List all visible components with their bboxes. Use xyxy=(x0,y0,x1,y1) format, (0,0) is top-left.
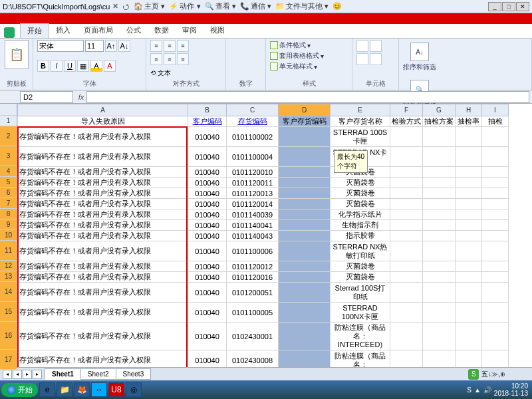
insert-cell-icon[interactable] xyxy=(356,40,368,52)
format-cell-icon[interactable] xyxy=(356,53,368,65)
cell[interactable] xyxy=(423,323,456,350)
row-header[interactable]: 5 xyxy=(0,177,17,188)
window-button[interactable]: □ xyxy=(502,2,515,11)
italic-button[interactable]: I xyxy=(51,60,63,72)
cell[interactable] xyxy=(482,188,509,199)
cell[interactable] xyxy=(279,220,331,231)
bold-button[interactable]: B xyxy=(37,60,49,72)
cell[interactable] xyxy=(423,350,456,368)
window-button[interactable]: ✕ xyxy=(516,2,529,11)
cell[interactable] xyxy=(456,272,482,283)
formula-bar[interactable] xyxy=(86,91,529,103)
col-header-G[interactable]: G xyxy=(423,104,456,116)
title-tool-动作[interactable]: ⚡ 动作 ▾ xyxy=(169,1,200,11)
cell[interactable]: 存货编码不存在！或者用户没有录入权限 xyxy=(18,323,188,350)
cell[interactable] xyxy=(456,231,482,241)
header-cell[interactable]: 抽检方案 xyxy=(423,116,456,127)
cell[interactable] xyxy=(423,127,456,147)
fx-icon[interactable]: fx xyxy=(76,93,86,101)
cell[interactable]: 0101200051 xyxy=(227,283,279,303)
cell[interactable] xyxy=(390,283,423,303)
header-cell[interactable]: 抽检率 xyxy=(456,116,482,127)
cell[interactable]: 0101120011 xyxy=(227,178,279,188)
ribbon-tab-视图[interactable]: 视图 xyxy=(203,23,231,38)
cell[interactable] xyxy=(390,209,423,220)
cell[interactable]: 灭菌袋卷 xyxy=(331,178,390,188)
taskbar-item-firefox[interactable]: 🦊 xyxy=(74,382,90,397)
col-header-E[interactable]: E xyxy=(331,104,390,116)
cell[interactable]: 存货编码不存在！或者用户没有录入权限 xyxy=(18,127,188,147)
title-tool-icon[interactable]: 😊 xyxy=(332,2,342,11)
cell[interactable] xyxy=(423,199,456,209)
border-button[interactable]: ▦ xyxy=(77,60,89,72)
cell[interactable] xyxy=(279,199,331,209)
row-header[interactable]: 10 xyxy=(0,230,17,241)
sheet-tab-Sheet1[interactable]: Sheet1 xyxy=(45,368,81,380)
cell[interactable] xyxy=(390,350,423,368)
cell[interactable] xyxy=(423,147,456,167)
cell[interactable] xyxy=(456,178,482,188)
cell[interactable]: 灭菌袋卷 xyxy=(331,261,390,272)
title-tool-icon[interactable]: ✕ xyxy=(112,2,118,11)
col-header-D[interactable]: D xyxy=(279,104,331,116)
cell[interactable]: 010040 xyxy=(188,220,227,231)
cell[interactable] xyxy=(390,303,423,323)
tray-icon[interactable]: ▲ xyxy=(474,386,481,394)
cell[interactable]: 存货编码不存在！或者用户没有录入权限 xyxy=(18,231,188,241)
header-cell[interactable]: 客户编码 xyxy=(188,116,227,127)
cell[interactable] xyxy=(482,261,509,272)
cell[interactable]: 010040 xyxy=(188,283,227,303)
row-header[interactable]: 17 xyxy=(0,350,17,370)
cell[interactable]: 010040 xyxy=(188,272,227,283)
cell[interactable] xyxy=(279,323,331,350)
underline-button[interactable]: U xyxy=(64,60,76,72)
cell[interactable]: 010040 xyxy=(188,199,227,209)
sheet-tab-Sheet2[interactable]: Sheet2 xyxy=(80,368,116,380)
cell[interactable] xyxy=(279,209,331,220)
cell[interactable]: 0102430001 xyxy=(227,323,279,350)
cell[interactable]: 0101140041 xyxy=(227,220,279,231)
font-name-select[interactable]: 宋体 xyxy=(37,40,84,52)
ribbon-tab-公式[interactable]: 公式 xyxy=(120,23,148,38)
cell[interactable] xyxy=(482,209,509,220)
cell[interactable] xyxy=(279,127,331,147)
cell[interactable]: STERRAD 100S卡匣 xyxy=(331,127,390,147)
ribbon-tab-审阅[interactable]: 审阅 xyxy=(176,23,203,38)
cell[interactable]: 010040 xyxy=(188,231,227,241)
cell[interactable] xyxy=(456,261,482,272)
cell[interactable]: 0101100005 xyxy=(227,303,279,323)
align-left-icon[interactable]: ≡ xyxy=(150,53,162,65)
cell[interactable]: 存货编码不存在！或者用户没有录入权限 xyxy=(18,188,188,199)
taskbar-item-ie[interactable]: e xyxy=(39,382,55,397)
cell[interactable]: 存货编码不存在！或者用户没有录入权限 xyxy=(18,220,188,231)
cell[interactable]: 0101120014 xyxy=(227,199,279,209)
title-tool-icon[interactable]: ⭯ xyxy=(122,3,130,11)
col-header-A[interactable]: A xyxy=(18,104,188,116)
cell[interactable]: 010040 xyxy=(188,350,227,368)
row-header[interactable]: 2 xyxy=(0,126,17,146)
cell[interactable] xyxy=(482,231,509,241)
cell-styles-button[interactable]: 单元格样式 ▾ xyxy=(270,61,348,72)
taskbar-item-teamviewer[interactable]: ↔ xyxy=(91,382,107,397)
cell[interactable] xyxy=(390,188,423,199)
cell[interactable]: 存货编码不存在！或者用户没有录入权限 xyxy=(18,178,188,188)
align-center-icon[interactable]: ≡ xyxy=(164,53,176,65)
taskbar-item-explorer[interactable]: 📁 xyxy=(57,382,72,397)
worksheet-area[interactable]: 1234567891011121314151617 ABCDEFGHI导入失败原… xyxy=(0,104,532,367)
cell[interactable] xyxy=(390,323,423,350)
ribbon-tab-页面布局[interactable]: 页面布局 xyxy=(77,23,120,38)
cell[interactable] xyxy=(482,283,509,303)
ribbon-tab-数据[interactable]: 数据 xyxy=(148,23,176,38)
cell[interactable] xyxy=(390,231,423,241)
cell[interactable] xyxy=(482,350,509,368)
row-header[interactable]: 12 xyxy=(0,261,17,271)
ime-indicator[interactable]: S 五↓≫,⊕ xyxy=(468,369,532,380)
cell[interactable] xyxy=(482,199,509,209)
sort-filter-button[interactable]: A↓排序和筛选 xyxy=(403,43,436,72)
cell[interactable] xyxy=(456,323,482,350)
cell[interactable] xyxy=(423,220,456,231)
cell[interactable] xyxy=(279,147,331,167)
header-cell[interactable]: 存货编码 xyxy=(227,116,279,127)
cell[interactable] xyxy=(390,261,423,272)
cell[interactable] xyxy=(456,209,482,220)
